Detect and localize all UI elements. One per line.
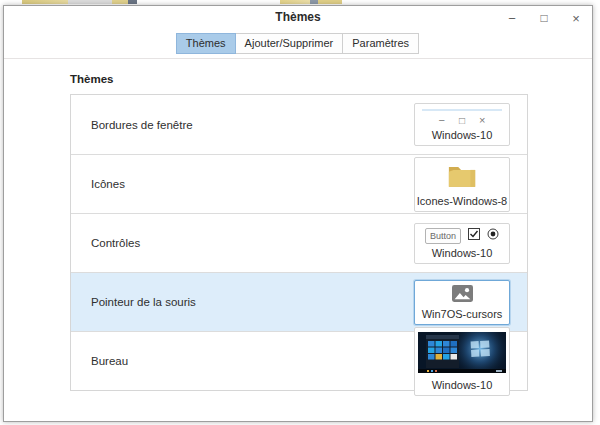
tab-themes[interactable]: Thèmes [176,33,236,54]
theme-name: Win7OS-cursors [422,308,503,320]
checkbox-checked-icon [468,228,480,243]
theme-row-desktop: Bureau [71,331,527,390]
desktop-icon-fragment [128,0,137,4]
tab-add-remove[interactable]: Ajouter/Supprimer [235,33,344,54]
row-label: Bordures de fenêtre [91,119,414,131]
theme-name: Windows-10 [432,247,493,259]
desktop-thumbnail [418,332,506,376]
tab-settings[interactable]: Paramètres [342,33,419,54]
desktop-theme-button[interactable]: Windows-10 [414,327,510,396]
minimize-button[interactable]: − [501,7,523,29]
icon-theme-button[interactable]: Icones-Windows-8 [414,157,510,212]
desktop-icon-fragment [22,0,68,4]
radio-selected-icon [487,228,499,243]
theme-name: Windows-10 [432,129,493,141]
theme-row-controls: Contrôles Button [71,213,527,272]
section-title: Thèmes [70,73,592,85]
themes-window: Thèmes − □ × Thèmes Ajouter/Supprimer Pa… [3,5,593,422]
maximize-button[interactable]: □ [533,7,555,29]
cursor-theme-button[interactable]: Win7OS-cursors [414,280,510,325]
desktop-icon-fragment [68,0,112,4]
theme-row-window-borders: Bordures de fenêtre − □ × Windows-10 [71,95,527,154]
window-buttons-preview: − □ × [439,115,486,126]
button-preview: Button [425,228,461,244]
theme-list: Bordures de fenêtre − □ × Windows-10 Icô… [70,94,528,391]
row-label: Bureau [91,355,414,367]
window-borders-theme-button[interactable]: − □ × Windows-10 [414,103,510,146]
theme-row-icons: Icônes Icones-Windows-8 [71,154,527,213]
minimize-icon: − [439,115,445,126]
desktop-icon-fragment [318,0,342,4]
theme-row-mouse-pointer[interactable]: Pointeur de la souris Win7OS-cursors [71,272,527,331]
window-controls: − □ × [491,6,587,30]
desktop-icon-fragment [310,0,318,4]
row-label: Pointeur de la souris [91,296,414,308]
row-label: Icônes [91,178,414,190]
titlebar-preview-line [422,109,502,111]
desktop-icon-fragment [280,0,310,4]
content-area: Thèmes Bordures de fenêtre − □ × Windows… [4,59,592,419]
tab-bar: Thèmes Ajouter/Supprimer Paramètres [4,33,592,54]
folder-icon [447,162,477,192]
close-icon: × [479,115,485,126]
titlebar[interactable]: Thèmes − □ × [4,6,592,30]
image-placeholder-icon [452,285,473,305]
maximize-icon: □ [459,115,465,126]
controls-preview: Button [425,228,499,244]
close-button[interactable]: × [565,7,587,29]
controls-theme-button[interactable]: Button [414,223,510,264]
desktop-icon-fragment [112,0,128,4]
row-label: Contrôles [91,237,414,249]
theme-name: Icones-Windows-8 [417,195,507,207]
theme-name: Windows-10 [432,379,493,391]
bottom-spacer [70,391,592,419]
